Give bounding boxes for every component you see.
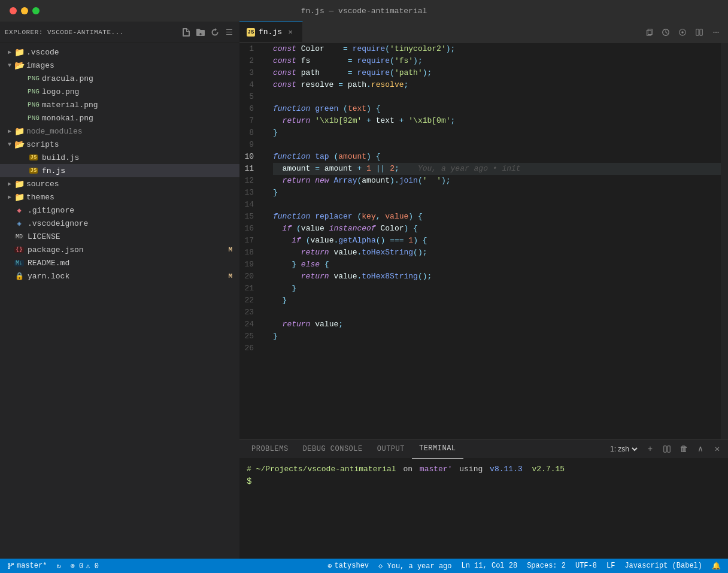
tree-item-fn[interactable]: JS fn.js bbox=[0, 164, 239, 177]
chevron-right-icon: ▶ bbox=[5, 180, 14, 187]
panel-collapse-icon[interactable]: ∧ bbox=[694, 443, 706, 455]
panel-close-icon[interactable]: ✕ bbox=[711, 443, 723, 455]
svg-point-5 bbox=[713, 32, 714, 33]
code-line: return value.toHexString(); bbox=[273, 247, 721, 259]
code-editor[interactable]: 1 2 3 4 5 6 7 8 9 10 11 12 13 14 15 16 1… bbox=[239, 43, 728, 439]
folder-open-icon: 📂 bbox=[14, 140, 24, 150]
open-changes-icon[interactable] bbox=[659, 25, 673, 40]
github-icon: ⊕ bbox=[327, 562, 332, 571]
terminal-trash-icon[interactable]: 🗑 bbox=[678, 443, 690, 455]
line-number: 23 bbox=[239, 307, 259, 319]
line-number: 5 bbox=[239, 91, 259, 103]
panel-tab-output[interactable]: OUTPUT bbox=[370, 439, 412, 459]
encoding-item[interactable]: UTF-8 bbox=[573, 559, 599, 573]
panel-tab-debug-console[interactable]: DEBUG CONSOLE bbox=[296, 439, 370, 459]
close-button[interactable] bbox=[10, 7, 17, 14]
panel-tabbar: PROBLEMS DEBUG CONSOLE OUTPUT TERMINAL 1… bbox=[239, 439, 728, 459]
notification-item[interactable]: 🔔 bbox=[709, 559, 723, 573]
tree-label: LICENSE bbox=[26, 232, 60, 241]
modified-badge: M bbox=[228, 272, 232, 280]
file-js-icon: JS bbox=[29, 154, 38, 160]
tree-item-logo[interactable]: PNG logo.png bbox=[0, 85, 239, 98]
line-number: 18 bbox=[239, 247, 259, 259]
editor-area: JS fn.js ✕ bbox=[239, 22, 728, 559]
svg-point-10 bbox=[8, 563, 10, 565]
code-line bbox=[273, 307, 721, 319]
explorer-title: Explorer: vscode-antimate... bbox=[5, 29, 181, 36]
tree-label: package.json bbox=[26, 245, 84, 254]
cursor-position-item[interactable]: Ln 11, Col 28 bbox=[459, 559, 520, 573]
tab-close-button[interactable]: ✕ bbox=[286, 28, 295, 37]
spaces-item[interactable]: Spaces: 2 bbox=[524, 559, 568, 573]
file-png-icon: PNG bbox=[29, 75, 38, 82]
terminal-content[interactable]: # ~/Projects/vscode-antimaterial on mast… bbox=[239, 459, 728, 559]
tree-label: yarn.lock bbox=[26, 272, 69, 281]
github-item[interactable]: ⊕ tatyshev bbox=[325, 559, 371, 573]
code-line: } bbox=[273, 295, 721, 307]
code-line: return value.toHex8String(); bbox=[273, 271, 721, 283]
git-info-item[interactable]: ◇ You, a year ago bbox=[376, 559, 454, 573]
errors-item[interactable]: ⊗ 0 ⚠ 0 bbox=[68, 559, 101, 573]
code-line: const resolve = path.resolve; bbox=[273, 79, 721, 91]
tree-item-build[interactable]: JS build.js bbox=[0, 151, 239, 164]
tree-item-vscode[interactable]: ▶ 📁 .vscode bbox=[0, 46, 239, 59]
tree-label: themes bbox=[26, 193, 54, 202]
code-line: return new Array(amount).join(' '); bbox=[273, 175, 721, 187]
tree-item-readme[interactable]: M↓ README.md bbox=[0, 256, 239, 269]
tree-item-license[interactable]: MD LICENSE bbox=[0, 230, 239, 243]
tree-item-vscodeignore[interactable]: ◈ .vscodeignore bbox=[0, 217, 239, 230]
line-number: 17 bbox=[239, 235, 259, 247]
terminal-add-icon[interactable]: + bbox=[644, 443, 656, 455]
tree-item-images[interactable]: ▼ 📂 images bbox=[0, 59, 239, 72]
refresh-icon[interactable] bbox=[210, 27, 220, 38]
color-theme-icon[interactable] bbox=[675, 25, 690, 40]
language-item[interactable]: Javascript (Babel) bbox=[622, 559, 705, 573]
tree-item-monokai[interactable]: PNG monokai.png bbox=[0, 111, 239, 125]
more-actions-icon[interactable] bbox=[709, 25, 723, 40]
split-editor-icon[interactable] bbox=[692, 25, 706, 40]
tree-item-scripts[interactable]: ▼ 📂 scripts bbox=[0, 138, 239, 151]
terminal-select[interactable]: 1: zsh bbox=[608, 444, 639, 454]
tree-item-dracula[interactable]: PNG dracula.png bbox=[0, 72, 239, 85]
collapse-all-icon[interactable] bbox=[224, 27, 235, 38]
line-number: 16 bbox=[239, 223, 259, 235]
file-md-icon: M↓ bbox=[14, 260, 24, 266]
sync-item[interactable]: ↻ bbox=[54, 559, 63, 573]
copy-icon[interactable] bbox=[642, 25, 656, 40]
terminal-panel: PROBLEMS DEBUG CONSOLE OUTPUT TERMINAL 1… bbox=[239, 439, 728, 559]
file-license-icon: MD bbox=[14, 234, 24, 240]
git-branch-item[interactable]: master* bbox=[5, 559, 49, 573]
svg-rect-4 bbox=[700, 29, 702, 36]
tree-item-themes[interactable]: ▶ 📁 themes bbox=[0, 190, 239, 204]
terminal-split-icon[interactable] bbox=[661, 443, 673, 455]
minimap[interactable] bbox=[721, 43, 728, 439]
line-number: 6 bbox=[239, 103, 259, 115]
tree-item-package[interactable]: {} package.json M bbox=[0, 243, 239, 256]
code-line: const Color = require('tinycolor2'); bbox=[273, 43, 721, 55]
panel-tab-problems[interactable]: PROBLEMS bbox=[244, 439, 296, 459]
minimize-button[interactable] bbox=[21, 7, 28, 14]
tree-item-yarn[interactable]: 🔒 yarn.lock M bbox=[0, 269, 239, 283]
line-ending-label: LF bbox=[606, 562, 615, 570]
new-folder-icon[interactable] bbox=[195, 27, 206, 38]
folder-icon: 📁 bbox=[14, 192, 24, 202]
tree-item-node-modules[interactable]: ▶ 📁 node_modules bbox=[0, 125, 239, 138]
tree-label: build.js bbox=[41, 153, 79, 162]
panel-tab-terminal[interactable]: TERMINAL bbox=[412, 439, 463, 459]
file-tree: ▶ 📁 .vscode ▼ 📂 images PNG dracula.png P… bbox=[0, 43, 239, 559]
line-ending-item[interactable]: LF bbox=[604, 559, 617, 573]
line-number-active: 11 bbox=[239, 163, 259, 175]
encoding-label: UTF-8 bbox=[575, 562, 597, 570]
tree-item-material[interactable]: PNG material.png bbox=[0, 98, 239, 111]
code-line: } else { bbox=[273, 259, 721, 271]
tree-item-gitignore[interactable]: ◆ .gitignore bbox=[0, 204, 239, 217]
folder-icon: 📁 bbox=[14, 126, 24, 137]
tab-fn-js[interactable]: JS fn.js ✕ bbox=[239, 22, 303, 42]
sync-icon: ↻ bbox=[56, 562, 60, 571]
code-content[interactable]: const Color = require('tinycolor2'); con… bbox=[268, 43, 721, 439]
line-number: 7 bbox=[239, 115, 259, 127]
tree-item-sources[interactable]: ▶ 📁 sources bbox=[0, 177, 239, 190]
line-number: 8 bbox=[239, 127, 259, 139]
maximize-button[interactable] bbox=[32, 7, 40, 14]
new-file-icon[interactable] bbox=[181, 27, 192, 38]
